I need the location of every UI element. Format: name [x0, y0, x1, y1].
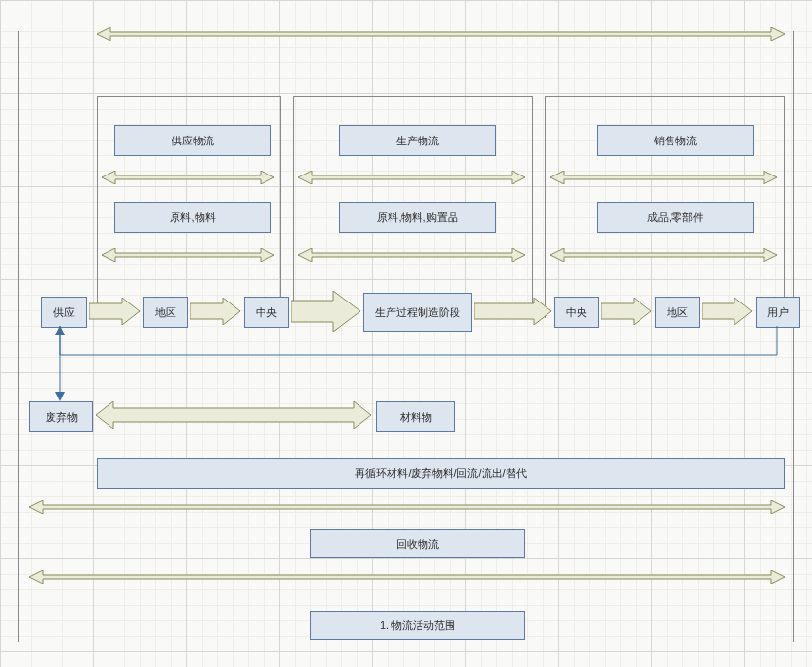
col1-title: 供应物流: [172, 134, 214, 148]
col2-arrow1: [298, 171, 525, 184]
svg-marker-12: [702, 298, 752, 325]
recycle-label: 再循环材料/废弃物料/回流/流出/替代: [355, 466, 526, 481]
svg-marker-18: [29, 500, 785, 514]
svg-marker-17: [96, 401, 371, 429]
arrow-6: [702, 298, 752, 325]
svg-marker-7: [89, 298, 140, 325]
down-arrow: [54, 326, 66, 401]
node-user[interactable]: 用户: [756, 297, 800, 328]
node-center-l-label: 中央: [256, 305, 277, 320]
recycle-span-arrow: [29, 500, 785, 514]
svg-marker-15: [55, 392, 65, 401]
node-material-label: 材料物: [400, 410, 432, 425]
svg-marker-2: [102, 248, 274, 262]
node-manufacture-label: 生产过程制造阶段: [375, 305, 460, 320]
svg-marker-16: [55, 326, 65, 335]
node-supply-label: 供应: [53, 305, 75, 320]
node-center-r[interactable]: 中央: [554, 297, 599, 328]
col2-arrow2: [298, 248, 525, 262]
col2-title-box[interactable]: 生产物流: [339, 125, 496, 156]
node-center-l[interactable]: 中央: [244, 297, 289, 328]
col3-arrow2: [550, 248, 777, 262]
caption-label: 1. 物流活动范围: [380, 619, 455, 633]
node-region-l[interactable]: 地区: [143, 297, 188, 328]
recovery-span-arrow: [29, 570, 785, 584]
recovery-box[interactable]: 回收物流: [310, 529, 525, 558]
node-region-r-label: 地区: [667, 305, 688, 320]
col1-arrow2: [102, 248, 274, 262]
col1-title-box[interactable]: 供应物流: [114, 125, 271, 156]
recycle-bar[interactable]: 再循环材料/废弃物料/回流/流出/替代: [97, 458, 785, 489]
node-region-l-label: 地区: [155, 305, 176, 320]
col1-sub-box[interactable]: 原料,物料: [114, 202, 271, 233]
arrow-4: [474, 298, 551, 325]
col3-sub: 成品,零部件: [647, 210, 703, 225]
col2-sub: 原料,物料,购置品: [377, 210, 457, 225]
svg-marker-0: [97, 27, 785, 41]
svg-marker-11: [601, 298, 651, 325]
col3-title: 销售物流: [654, 134, 697, 148]
node-waste[interactable]: 废弃物: [29, 401, 93, 432]
top-span-arrow: [97, 27, 785, 41]
node-center-r-label: 中央: [566, 305, 587, 320]
node-supply[interactable]: 供应: [41, 297, 87, 328]
col3-sub-box[interactable]: 成品,零部件: [597, 202, 754, 233]
feedback-line: [58, 326, 779, 374]
frame-left: [18, 31, 19, 642]
node-user-label: 用户: [767, 305, 789, 320]
col1-sub: 原料,物料: [170, 210, 215, 225]
recovery-label: 回收物流: [396, 537, 439, 552]
node-material[interactable]: 材料物: [376, 401, 455, 432]
node-waste-label: 废弃物: [46, 410, 78, 425]
col2-sub-box[interactable]: 原料,物料,购置品: [339, 202, 496, 233]
svg-marker-3: [298, 171, 525, 184]
caption-box[interactable]: 1. 物流活动范围: [310, 611, 525, 640]
col3-title-box[interactable]: 销售物流: [597, 125, 754, 156]
svg-marker-6: [550, 248, 777, 262]
svg-marker-8: [190, 298, 240, 325]
col3-arrow1: [550, 171, 777, 184]
arrow-5: [601, 298, 651, 325]
svg-marker-10: [474, 298, 551, 325]
svg-marker-1: [102, 171, 274, 184]
col2-title: 生产物流: [396, 134, 439, 148]
arrow-1: [89, 298, 140, 325]
svg-marker-19: [29, 570, 785, 584]
col1-arrow1: [102, 171, 274, 184]
node-region-r[interactable]: 地区: [655, 297, 700, 328]
arrow-2: [190, 298, 240, 325]
svg-marker-4: [298, 248, 525, 262]
waste-arrow: [96, 401, 371, 429]
svg-marker-5: [550, 171, 777, 184]
frame-right: [793, 31, 794, 642]
